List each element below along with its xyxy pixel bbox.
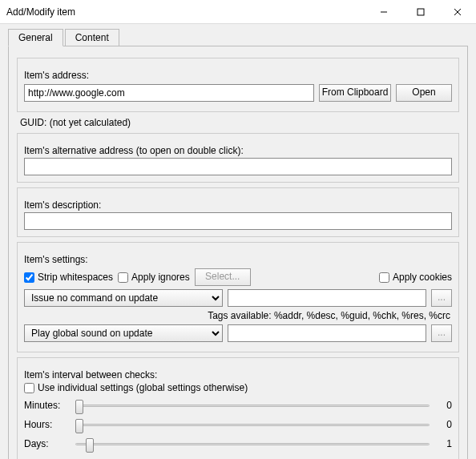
group-desc: Item's description: bbox=[17, 187, 459, 237]
days-slider[interactable] bbox=[75, 437, 430, 451]
open-button[interactable]: Open bbox=[396, 84, 452, 102]
group-address: Item's address: From Clipboard Open bbox=[17, 58, 459, 112]
group-settings: Item's settings: Strip whitespaces Apply… bbox=[17, 242, 459, 352]
tab-panel-general: Item's address: From Clipboard Open GUID… bbox=[8, 46, 468, 459]
applycookies-checkbox[interactable]: Apply cookies bbox=[379, 272, 452, 283]
address-label: Item's address: bbox=[24, 70, 452, 81]
tabstrip: General Content bbox=[0, 24, 476, 46]
select-button: Select... bbox=[195, 268, 251, 286]
desc-input[interactable] bbox=[24, 212, 452, 230]
tab-general[interactable]: General bbox=[8, 29, 63, 46]
minutes-slider[interactable] bbox=[75, 398, 430, 413]
hours-value: 0 bbox=[436, 419, 452, 430]
minimize-button[interactable] bbox=[365, 0, 402, 24]
address-input[interactable] bbox=[24, 84, 314, 102]
settings-label: Item's settings: bbox=[24, 254, 452, 265]
window-title: Add/Modify item bbox=[0, 6, 365, 18]
tab-content[interactable]: Content bbox=[65, 29, 119, 46]
days-label: Days: bbox=[24, 438, 69, 449]
minutes-value: 0 bbox=[436, 400, 452, 411]
tags-available-text: Tags available: %addr, %desc, %guid, %ch… bbox=[26, 310, 450, 321]
useindividual-checkbox[interactable]: Use individual settings (global settings… bbox=[24, 382, 452, 393]
strip-label: Strip whitespaces bbox=[38, 272, 113, 283]
desc-label: Item's description: bbox=[24, 199, 452, 211]
applyignores-checkbox[interactable]: Apply ignores bbox=[118, 272, 190, 283]
altaddr-input[interactable] bbox=[24, 158, 452, 175]
strip-checkbox[interactable]: Strip whitespaces bbox=[24, 272, 113, 283]
maximize-button[interactable] bbox=[402, 0, 439, 24]
applyignores-label: Apply ignores bbox=[131, 272, 190, 283]
days-value: 1 bbox=[436, 438, 452, 449]
group-interval: Item's interval between checks: Use indi… bbox=[17, 357, 459, 459]
svg-rect-1 bbox=[418, 9, 424, 15]
sound-select[interactable]: Play global sound on update bbox=[24, 324, 223, 342]
altaddr-label: Item's alternative address (to open on d… bbox=[24, 145, 452, 156]
useindividual-label: Use individual settings (global settings… bbox=[38, 382, 248, 393]
guid-text: GUID: (not yet calculated) bbox=[20, 117, 459, 128]
interval-label: Item's interval between checks: bbox=[24, 369, 452, 380]
titlebar: Add/Modify item bbox=[0, 0, 476, 24]
minutes-label: Minutes: bbox=[24, 400, 69, 411]
sound-browse-button: ... bbox=[431, 324, 452, 342]
from-clipboard-button[interactable]: From Clipboard bbox=[319, 84, 391, 102]
applycookies-label: Apply cookies bbox=[393, 272, 452, 283]
group-altaddr: Item's alternative address (to open on d… bbox=[17, 133, 459, 183]
command-browse-button: ... bbox=[431, 289, 452, 307]
command-select[interactable]: Issue no command on update bbox=[24, 289, 223, 307]
close-button[interactable] bbox=[439, 0, 476, 24]
sound-param-input[interactable] bbox=[228, 324, 426, 342]
command-param-input[interactable] bbox=[228, 289, 426, 307]
hours-slider[interactable] bbox=[75, 417, 430, 432]
hours-label: Hours: bbox=[24, 419, 69, 430]
